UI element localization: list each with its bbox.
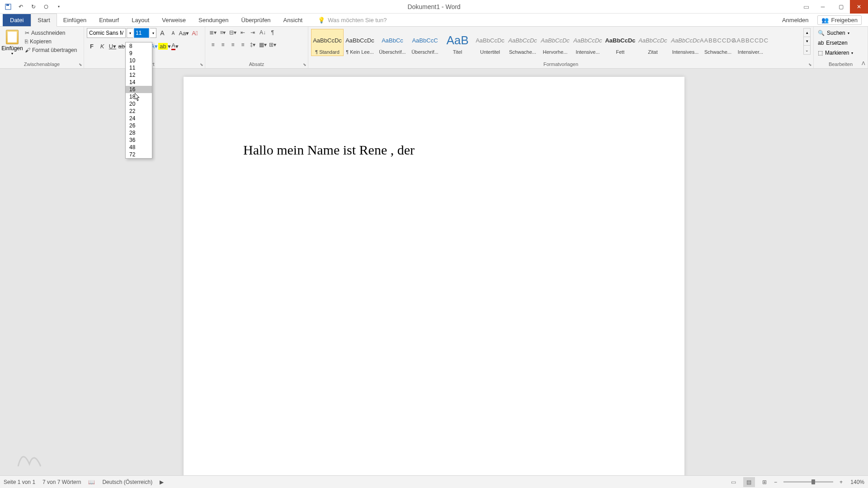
collapse-ribbon-button[interactable]: ᐱ — [862, 61, 865, 66]
underline-button[interactable]: U▾ — [108, 41, 118, 51]
view-read-mode[interactable]: ▭ — [728, 477, 740, 487]
size-option-22[interactable]: 22 — [126, 108, 152, 115]
font-size-input[interactable] — [134, 28, 149, 38]
font-color-button[interactable]: A▾ — [170, 41, 180, 51]
size-option-20[interactable]: 20 — [126, 100, 152, 108]
style-item-2[interactable]: AaBbCcÜberschrif... — [376, 29, 409, 56]
paste-button[interactable]: Einfügen ▾ — [3, 28, 22, 56]
view-print-layout[interactable]: ▤ — [743, 477, 755, 487]
tab-überprüfen[interactable]: Überprüfen — [235, 14, 277, 26]
font-name-dropdown[interactable]: ▾ — [127, 28, 133, 38]
status-page[interactable]: Seite 1 von 1 — [4, 479, 35, 485]
align-right-button[interactable]: ≡ — [228, 40, 238, 49]
size-option-8[interactable]: 8 — [126, 42, 152, 50]
qat-customize-dropdown[interactable]: ▾ — [55, 3, 62, 10]
shading-button[interactable]: ▦▾ — [258, 40, 268, 49]
size-option-28[interactable]: 28 — [126, 129, 152, 136]
style-item-1[interactable]: AaBbCcDc¶ Kein Lee... — [344, 29, 376, 56]
shrink-font-button[interactable]: A — [168, 28, 178, 38]
align-left-button[interactable]: ≡ — [208, 40, 218, 49]
tab-einfügen[interactable]: Einfügen — [57, 14, 93, 26]
increase-indent-button[interactable]: ⇥ — [248, 28, 258, 37]
style-item-0[interactable]: AaBbCcDc¶ Standard — [311, 29, 344, 56]
share-button[interactable]: 👥 Freigeben — [817, 15, 862, 25]
style-item-5[interactable]: AaBbCcDcUntertitel — [474, 29, 506, 56]
size-option-72[interactable]: 72 — [126, 151, 152, 158]
size-option-18[interactable]: 18 — [126, 93, 152, 100]
page[interactable]: Hallo mein Name ist Rene , der — [184, 77, 684, 475]
style-item-3[interactable]: AaBbCcCÜberschrif... — [409, 29, 441, 56]
sort-button[interactable]: A↓ — [258, 28, 268, 37]
numbered-list-button[interactable]: ≡▾ — [218, 28, 228, 37]
highlight-button[interactable]: ab▾ — [160, 41, 170, 51]
tab-ansicht[interactable]: Ansicht — [277, 14, 309, 26]
size-option-48[interactable]: 48 — [126, 144, 152, 151]
styles-scroll-down[interactable]: ▾ — [804, 37, 810, 46]
size-option-12[interactable]: 12 — [126, 71, 152, 79]
change-case-button[interactable]: Aa▾ — [179, 28, 189, 38]
zoom-out-button[interactable]: − — [774, 479, 777, 485]
styles-expand[interactable]: ⌄ — [804, 46, 810, 54]
paragraph-dialog-launcher[interactable]: ⬊ — [303, 62, 307, 67]
touch-mode-icon[interactable] — [42, 3, 50, 10]
size-option-10[interactable]: 10 — [126, 57, 152, 64]
tab-layout[interactable]: Layout — [125, 14, 156, 26]
size-option-36[interactable]: 36 — [126, 136, 152, 144]
styles-dialog-launcher[interactable]: ⬊ — [808, 62, 812, 67]
undo-icon[interactable]: ↶ — [17, 3, 24, 10]
maximize-button[interactable]: ▢ — [832, 0, 850, 14]
bold-button[interactable]: F — [87, 41, 97, 51]
show-marks-button[interactable]: ¶ — [268, 28, 278, 37]
style-item-9[interactable]: AaBbCcDcFett — [604, 29, 637, 56]
zoom-level[interactable]: 140% — [846, 479, 864, 485]
status-proofing-icon[interactable]: 📖 — [88, 479, 95, 485]
font-name-input[interactable] — [87, 28, 126, 38]
style-item-8[interactable]: AaBbCcDcIntensive... — [571, 29, 604, 56]
multilevel-list-button[interactable]: ⊟▾ — [228, 28, 238, 37]
size-option-16[interactable]: 16 — [126, 86, 152, 93]
grow-font-button[interactable]: A — [157, 28, 167, 38]
tab-file[interactable]: Datei — [3, 14, 31, 26]
format-painter-button[interactable]: 🖌Format übertragen — [24, 46, 78, 54]
status-words[interactable]: 7 von 7 Wörtern — [42, 479, 81, 485]
copy-button[interactable]: ⎘Kopieren — [24, 38, 78, 46]
tab-entwurf[interactable]: Entwurf — [93, 14, 125, 26]
size-option-9[interactable]: 9 — [126, 50, 152, 57]
tab-start[interactable]: Start — [31, 14, 57, 27]
italic-button[interactable]: K — [97, 41, 107, 51]
tell-me-search[interactable]: 💡 Was möchten Sie tun? — [318, 17, 387, 26]
zoom-in-button[interactable]: + — [840, 479, 843, 485]
zoom-slider[interactable] — [783, 481, 833, 483]
tab-sendungen[interactable]: Sendungen — [192, 14, 235, 26]
bullet-list-button[interactable]: ≣▾ — [208, 28, 218, 37]
view-web-layout[interactable]: ⊞ — [759, 477, 770, 487]
styles-scroll-up[interactable]: ▴ — [804, 28, 810, 37]
justify-button[interactable]: ≡ — [238, 40, 248, 49]
cut-button[interactable]: ✂Ausschneiden — [24, 29, 78, 37]
align-center-button[interactable]: ≡ — [218, 40, 228, 49]
zoom-thumb[interactable] — [811, 479, 815, 484]
style-item-11[interactable]: AaBbCcDcIntensives... — [669, 29, 702, 56]
clipboard-dialog-launcher[interactable]: ⬊ — [79, 62, 82, 67]
font-size-dropdown[interactable]: ▾ — [150, 28, 156, 38]
save-icon[interactable] — [5, 3, 12, 10]
ribbon-display-options-icon[interactable]: ▭ — [803, 3, 809, 10]
replace-button[interactable]: abErsetzen — [816, 39, 849, 47]
select-button[interactable]: ⬚Markieren▾ — [816, 49, 854, 57]
minimize-button[interactable]: ─ — [814, 0, 832, 14]
size-option-24[interactable]: 24 — [126, 115, 152, 122]
sign-in-link[interactable]: Anmelden — [782, 17, 809, 23]
close-button[interactable]: ✕ — [850, 0, 868, 14]
font-dialog-launcher[interactable]: ⬊ — [200, 62, 203, 67]
find-button[interactable]: 🔍Suchen▾ — [816, 29, 851, 37]
document-text[interactable]: Hallo mein Name ist Rene , der — [243, 142, 415, 158]
decrease-indent-button[interactable]: ⇤ — [238, 28, 248, 37]
style-item-6[interactable]: AaBbCcDcSchwache... — [506, 29, 539, 56]
size-option-26[interactable]: 26 — [126, 122, 152, 129]
borders-button[interactable]: ⊞▾ — [268, 40, 278, 49]
style-item-13[interactable]: AABBCCDCIntensiver... — [734, 29, 767, 56]
tab-verweise[interactable]: Verweise — [156, 14, 192, 26]
size-option-11[interactable]: 11 — [126, 64, 152, 71]
style-item-4[interactable]: AaBTitel — [441, 29, 474, 56]
status-language[interactable]: Deutsch (Österreich) — [102, 479, 152, 485]
